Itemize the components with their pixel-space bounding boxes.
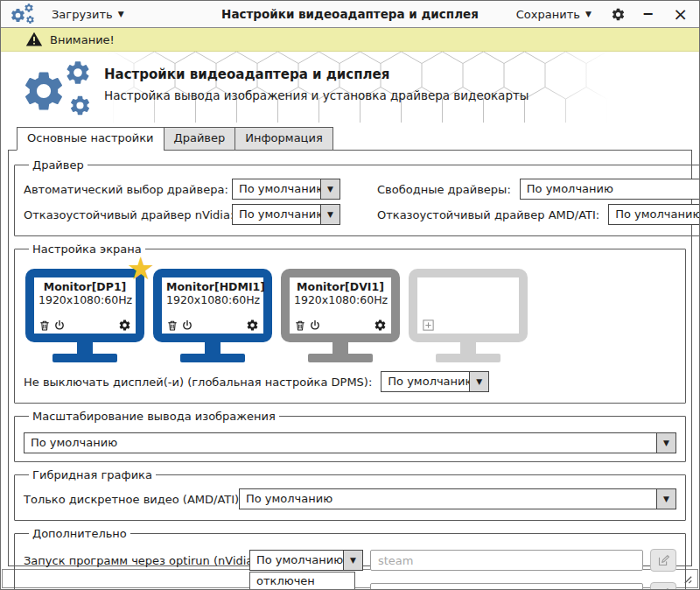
tab-driver[interactable]: Драйвер <box>164 127 235 151</box>
free-drivers-label: Свободные драйверы: <box>377 183 511 196</box>
app-logo-icon <box>10 3 36 25</box>
settings-gear-button[interactable] <box>611 7 626 22</box>
group-extra: Дополнительно Запуск программ через opti… <box>14 527 686 590</box>
group-scaling-legend: Масштабирование вывода изображения <box>29 410 279 423</box>
free-drivers-select[interactable]: По умолчанию ▼ <box>520 179 700 200</box>
monitor-settings-gear-icon[interactable] <box>118 319 131 332</box>
scaling-select[interactable]: По умолчанию ▼ <box>24 432 676 453</box>
primusrun-label: Запуск программ через primusun (nVidia): <box>24 587 249 590</box>
load-button[interactable]: Загрузить ▼ <box>46 5 130 24</box>
power-monitor-icon[interactable] <box>309 320 321 332</box>
power-monitor-icon[interactable] <box>53 320 66 332</box>
page-subtitle: Настройка вывода изображения и установка… <box>104 88 529 102</box>
monitor-name: Monitor[DP1] <box>38 280 131 293</box>
failsafe-amd-label: Отказоустойчивый драйвер AMD/ATI: <box>377 208 599 221</box>
auto-driver-select[interactable]: По умолчанию ▼ <box>232 179 340 200</box>
app-window: Загрузить ▼ Настройки видеоадаптера и ди… <box>0 0 700 590</box>
app-gears-logo <box>20 59 101 120</box>
warning-icon <box>25 31 43 48</box>
optirun-select[interactable]: По умолчанию ▼ <box>249 550 363 571</box>
group-driver-legend: Драйвер <box>29 158 88 172</box>
power-monitor-icon[interactable] <box>181 320 193 332</box>
failsafe-nvidia-select[interactable]: По умолчанию ▼ <box>232 204 340 225</box>
hexagon-pattern <box>93 52 616 123</box>
monitor-add-slot[interactable] <box>409 269 528 362</box>
optirun-program-input[interactable] <box>370 550 643 571</box>
monitor-list: ★ Monitor[DP1] 1920x1080:60Hz <box>25 269 675 362</box>
discrete-video-select[interactable]: По умолчанию ▼ <box>239 488 676 509</box>
titlebar: Загрузить ▼ Настройки видеоадаптера и ди… <box>1 1 699 28</box>
monitor-mode: 1920x1080:60Hz <box>166 293 259 306</box>
warning-bar[interactable]: Внимание! <box>1 28 699 52</box>
group-hybrid: Гибридная графика Только дискретное виде… <box>14 468 686 521</box>
group-screen: Настройка экрана ★ Monitor[DP1] 1920x108… <box>14 242 686 404</box>
dpms-select[interactable]: По умолчанию ▼ <box>381 371 489 392</box>
auto-driver-label: Автоматический выбор драйвера: <box>24 183 232 196</box>
app-header: Настройки видеоадаптера и дисплея Настро… <box>1 52 699 127</box>
monitor-dp1[interactable]: ★ Monitor[DP1] 1920x1080:60Hz <box>25 269 144 362</box>
monitor-name: Monitor[DVI1] <box>294 280 387 293</box>
group-scaling: Масштабирование вывода изображения По ум… <box>14 410 686 462</box>
monitor-settings-gear-icon[interactable] <box>246 319 259 332</box>
optirun-dropdown-list: отключен включен <box>249 572 355 590</box>
delete-monitor-icon[interactable] <box>294 320 306 332</box>
monitor-mode: 1920x1080:60Hz <box>38 293 131 306</box>
tab-main-settings[interactable]: Основные настройки <box>17 127 164 151</box>
tab-content-panel: Драйвер Автоматический выбор драйвера: П… <box>8 150 692 566</box>
group-extra-legend: Дополнительно <box>29 527 130 540</box>
group-screen-legend: Настройка экрана <box>29 242 145 256</box>
page-title: Настройки видеоадаптера и дисплея <box>104 67 389 82</box>
monitor-mode: 1920x1080:60Hz <box>294 293 387 306</box>
group-hybrid-legend: Гибридная графика <box>29 468 156 481</box>
minimize-button[interactable]: − <box>640 10 656 18</box>
optirun-option-disabled[interactable]: отключен <box>250 572 354 589</box>
delete-monitor-icon[interactable] <box>166 320 178 332</box>
chevron-down-icon: ▼ <box>320 179 340 199</box>
monitor-name: Monitor[HDMI1] <box>166 280 259 293</box>
group-driver: Драйвер Автоматический выбор драйвера: П… <box>14 158 700 236</box>
chevron-down-icon: ▼ <box>118 10 124 18</box>
chevron-down-icon: ▼ <box>656 489 676 509</box>
chevron-down-icon: ▼ <box>656 433 676 453</box>
delete-monitor-icon[interactable] <box>38 320 51 332</box>
failsafe-amd-select[interactable]: По умолчанию ▼ <box>608 204 700 225</box>
warning-text: Внимание! <box>50 33 115 46</box>
load-button-label: Загрузить <box>52 8 113 21</box>
chevron-down-icon: ▼ <box>320 205 340 224</box>
optirun-label: Запуск программ через optirun (nVidia): <box>24 554 249 567</box>
chevron-down-icon: ▼ <box>585 10 592 18</box>
tab-bar: Основные настройки Драйвер Информация <box>1 127 699 151</box>
monitor-settings-gear-icon[interactable] <box>374 319 387 332</box>
primusrun-program-input[interactable] <box>370 583 643 590</box>
discrete-video-label: Только дискретное видео (AMD/ATI): <box>24 493 239 506</box>
optirun-edit-button[interactable] <box>650 549 676 572</box>
chevron-down-icon: ▼ <box>343 551 362 570</box>
close-button[interactable]: × <box>670 8 690 20</box>
failsafe-nvidia-label: Отказоустойчивый драйвер nVidia: <box>24 208 232 221</box>
chevron-down-icon: ▼ <box>469 372 488 391</box>
monitor-dvi1[interactable]: Monitor[DVI1] 1920x1080:60Hz <box>281 269 400 362</box>
save-button[interactable]: Сохранить ▼ <box>511 5 597 24</box>
tab-information[interactable]: Информация <box>234 127 332 151</box>
monitor-hdmi1[interactable]: Monitor[HDMI1] 1920x1080:60Hz <box>153 269 272 362</box>
primusrun-edit-button[interactable] <box>650 582 676 590</box>
dpms-label: Не выключать дисплей(-и) (глобальная нас… <box>24 376 372 389</box>
add-monitor-icon[interactable] <box>422 319 435 332</box>
save-button-label: Сохранить <box>516 8 580 21</box>
